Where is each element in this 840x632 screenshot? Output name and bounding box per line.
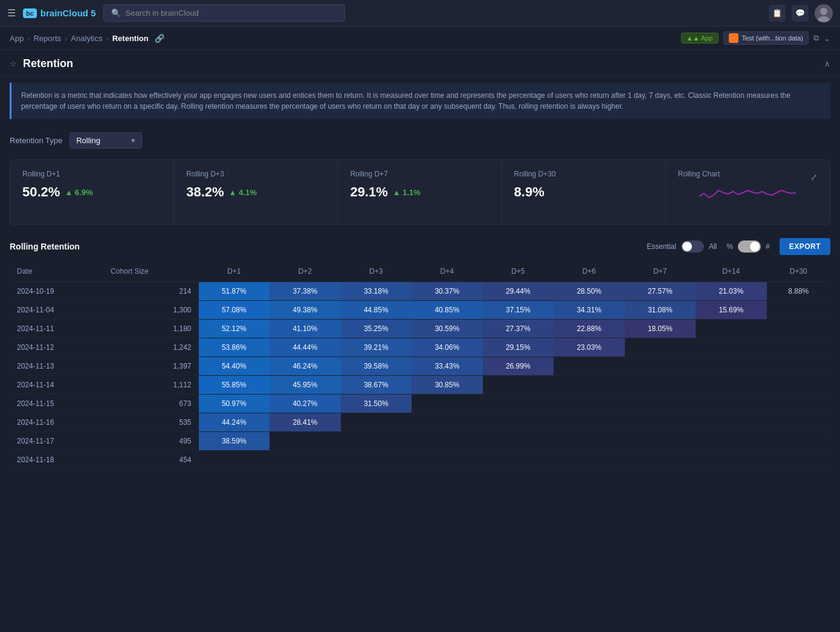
table-cell: 39.21% [341, 338, 412, 357]
col-d1: D+1 [199, 261, 270, 282]
retention-type-label: Retention Type [10, 136, 62, 145]
expand-icon[interactable]: ⌄ [824, 34, 830, 43]
breadcrumb-analytics[interactable]: Analytics [71, 34, 102, 43]
collapse-icon[interactable]: ∧ [824, 59, 830, 68]
copy-icon[interactable]: ⧉ [813, 33, 819, 43]
retention-type-row: Retention Type Rolling ▾ [0, 126, 840, 155]
section-header: Rolling Retention Essential All % # EXPO… [0, 230, 840, 261]
table-cell: 2024-11-15 [10, 395, 103, 413]
table-cell [625, 357, 696, 376]
value-d1: 50.2% [22, 184, 60, 200]
breadcrumb-right: ▲ ▲ App Test (with...tion data) ⧉ ⌄ [681, 31, 830, 45]
chevron-down-icon: ▾ [131, 136, 135, 145]
metric-value-d1: 50.2% ▲ 6.9% [22, 184, 161, 200]
link-icon: 🔗 [155, 34, 164, 43]
table-cell [767, 413, 830, 432]
pct-hash-toggle[interactable] [738, 240, 761, 253]
table-cell: 44.44% [270, 338, 341, 357]
table-cell: 28.41% [270, 413, 341, 432]
hamburger-icon[interactable]: ☰ [7, 7, 16, 19]
table-cell: 45.95% [270, 376, 341, 395]
metric-value-d3: 38.2% ▲ 4.1% [186, 184, 325, 200]
table-cell [341, 432, 412, 451]
star-icon[interactable]: ☆ [10, 59, 17, 68]
metric-title-d3: Rolling D+3 [186, 170, 325, 178]
table-cell: 535 [103, 413, 198, 432]
table-cell [483, 376, 554, 395]
table-cell: 46.24% [270, 357, 341, 376]
table-row: 2024-11-131,39754.40%46.24%39.58%33.43%2… [10, 357, 830, 376]
table-cell [767, 357, 830, 376]
table-cell: 1,242 [103, 338, 198, 357]
table-cell: 54.40% [199, 357, 270, 376]
col-date: Date [10, 261, 103, 282]
table-cell [412, 413, 483, 432]
col-d2: D+2 [270, 261, 341, 282]
breadcrumb-current: Retention [112, 34, 149, 43]
logo: bc brainCloud 5 [23, 8, 96, 18]
svg-point-1 [820, 8, 827, 15]
table-cell [767, 451, 830, 469]
table-cell: 29.15% [483, 338, 554, 357]
table-cell [341, 413, 412, 432]
table-cell: 57.08% [199, 301, 270, 320]
pct-label: % [726, 242, 733, 251]
table-cell: 2024-11-13 [10, 357, 103, 376]
section-title: Rolling Retention [10, 242, 80, 251]
table-cell: 2024-11-11 [10, 320, 103, 338]
table-cell: 495 [103, 432, 198, 451]
col-d4: D+4 [412, 261, 483, 282]
table-cell [554, 432, 625, 451]
essential-all-toggle[interactable] [681, 240, 704, 253]
app-badge[interactable]: Test (with...tion data) [723, 31, 809, 45]
table-cell: 29.44% [483, 282, 554, 301]
table-cell [696, 432, 767, 451]
table-cell: 21.03% [696, 282, 767, 301]
table-row: 2024-11-041,30057.08%49.38%44.85%40.85%3… [10, 301, 830, 320]
trend-d1: ▲ 6.9% [65, 188, 92, 197]
col-d5: D+5 [483, 261, 554, 282]
table-cell [625, 376, 696, 395]
docs-icon[interactable]: 📋 [769, 5, 786, 22]
table-cell [767, 301, 830, 320]
trend-d3: ▲ 4.1% [229, 188, 257, 197]
table-cell [767, 395, 830, 413]
table-cell [341, 451, 412, 469]
export-button[interactable]: EXPORT [780, 238, 830, 255]
table-cell: 18.05% [625, 320, 696, 338]
retention-table: Date Cohort Size D+1 D+2 D+3 D+4 D+5 D+6… [10, 261, 830, 469]
search-bar[interactable]: 🔍 Search in brainCloud [103, 4, 345, 22]
page-title: Retention [23, 57, 73, 70]
metric-title-chart: Rolling Chart [678, 170, 720, 178]
table-cell: 28.50% [554, 282, 625, 301]
chat-icon[interactable]: 💬 [792, 5, 809, 22]
retention-type-dropdown[interactable]: Rolling ▾ [69, 132, 142, 149]
metric-card-d30: Rolling D+30 8.9% [502, 160, 666, 224]
metric-title-d7: Rolling D+7 [350, 170, 489, 178]
search-icon: 🔍 [111, 8, 121, 18]
logo-text: brainCloud 5 [40, 8, 96, 18]
breadcrumb-app[interactable]: App [10, 34, 24, 43]
breadcrumb-reports[interactable]: Reports [33, 34, 61, 43]
metric-value-d30: 8.9% [514, 184, 653, 200]
table-cell: 37.38% [270, 282, 341, 301]
table-cell: 44.85% [341, 301, 412, 320]
table-cell [554, 395, 625, 413]
value-d3: 38.2% [186, 184, 224, 200]
table-cell [554, 376, 625, 395]
table-row: 2024-11-141,11255.85%45.95%38.67%30.85% [10, 376, 830, 395]
table-cell: 39.58% [341, 357, 412, 376]
essential-label: Essential [647, 242, 676, 251]
nav-right: 📋 💬 [769, 4, 833, 22]
expand-chart-icon[interactable]: ⤢ [810, 172, 818, 182]
table-cell: 31.08% [625, 301, 696, 320]
col-d6: D+6 [554, 261, 625, 282]
table-cell [483, 451, 554, 469]
env-triangle: ▲ [687, 34, 693, 42]
metric-title-d30: Rolling D+30 [514, 170, 653, 178]
table-cell: 31.50% [341, 395, 412, 413]
page-header: ☆ Retention ∧ [0, 50, 840, 76]
breadcrumb-sep-1: › [27, 34, 30, 43]
avatar[interactable] [815, 4, 833, 22]
table-cell [625, 413, 696, 432]
